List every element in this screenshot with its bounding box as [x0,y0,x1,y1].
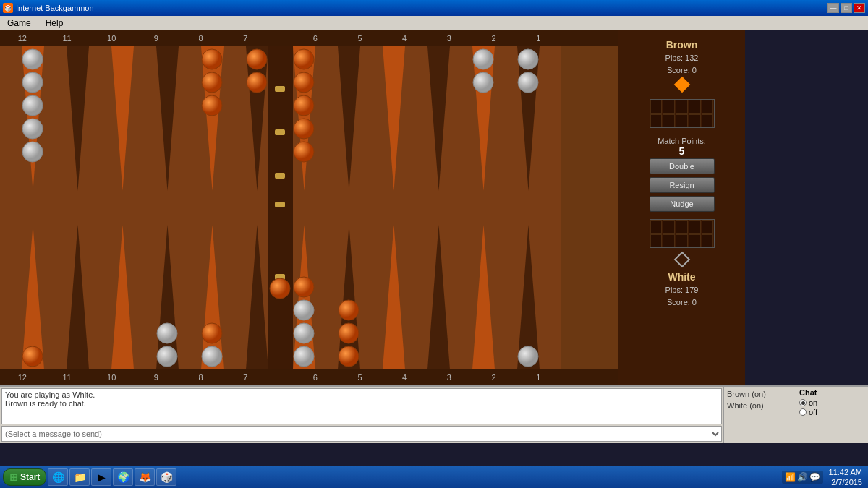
folder-icon[interactable]: 📁 [69,468,90,486]
top-num-11: 11 [45,30,90,46]
chat-message-select[interactable]: (Select a message to send) [1,426,722,442]
svg-rect-6 [275,173,285,179]
bot-num-5: 5 [338,369,383,385]
main-area: 12 11 10 9 8 7 6 5 4 3 2 1 [0,30,868,385]
score-cell [676,114,688,128]
app-icon: 🎲 [3,3,13,13]
svg-point-50 [294,323,314,343]
player-online-2: White (on) [727,400,793,411]
dice-icon[interactable]: 🎲 [156,468,176,486]
window-controls: — □ ✕ [827,3,865,13]
chat-off-label: off [809,408,817,416]
window-title: Internet Backgammon [16,4,94,12]
ie-icon[interactable]: 🌐 [48,468,68,486]
bot-num-11: 11 [45,369,90,385]
top-numbers-right: 6 5 4 3 2 1 [293,30,561,46]
resign-button[interactable]: Resign [650,177,715,193]
windows-logo: ⊞ [9,471,18,483]
side-panel: Brown Pips: 132 Score: 0 Match Points: 5… [618,30,745,385]
score-cell [702,234,714,248]
bottom-numbers-row: 12 11 10 9 8 7 6 5 4 3 2 1 [0,369,618,385]
svg-point-40 [202,95,222,116]
chat-msg-1: You are playing as White. [5,390,718,399]
svg-point-45 [294,142,314,162]
svg-point-60 [339,346,359,367]
svg-point-56 [202,323,222,343]
top-num-3: 3 [427,30,472,46]
title-bar-left: 🎲 Internet Backgammon [3,3,94,13]
taskbar-pinned-icons: 🌐 📁 ▶ 🌍 🦊 🎲 [48,468,176,486]
score-cell [676,220,688,234]
svg-rect-2 [293,46,561,369]
top-num-8: 8 [179,30,224,46]
svg-point-42 [294,72,314,93]
svg-point-61 [339,323,359,343]
svg-point-64 [247,72,267,93]
brown-score: Score: 0 [624,64,739,77]
firefox-icon[interactable]: 🦊 [135,468,155,486]
bot-num-3: 3 [427,369,472,385]
system-tray: 📶 🔊 💬 [782,471,823,484]
top-num-10: 10 [89,30,134,46]
white-player-name: White [624,271,739,283]
close-button[interactable]: ✕ [854,3,865,13]
chat-on-row: on [799,398,865,407]
media-icon[interactable]: ▶ [91,468,111,486]
match-points-label: Match Points: [658,137,706,145]
chat-on-radio[interactable] [799,399,807,406]
chat-input-row: (Select a message to send) [1,426,722,442]
score-grid-top [650,99,715,128]
bottom-panel: You are playing as White. Brown is ready… [0,385,868,443]
svg-point-48 [22,346,43,367]
chat-off-row: off [799,408,865,416]
svg-point-34 [22,72,43,93]
brown-diamond-icon [673,77,690,93]
maximize-button[interactable]: □ [841,3,852,13]
chrome-icon[interactable]: 🌍 [113,468,133,486]
notification-icon: 💬 [809,472,820,482]
clock: 11:42 AM 2/7/2015 [826,467,865,488]
minimize-button[interactable]: — [827,3,839,13]
score-cell [702,220,714,234]
chat-msg-2: Brown is ready to chat. [5,399,718,408]
top-num-4: 4 [382,30,427,46]
double-button[interactable]: Double [650,158,715,174]
svg-point-43 [294,95,314,116]
svg-point-55 [202,346,222,367]
score-cell [702,114,714,128]
svg-point-46 [518,49,538,69]
player-online-1: Brown (on) [727,388,793,400]
start-button[interactable]: ⊞ Start [3,468,46,486]
svg-point-47 [518,72,538,93]
score-cell [663,220,675,234]
svg-point-49 [294,346,314,367]
score-cell [663,234,675,248]
score-cell [676,234,688,248]
svg-point-54 [157,323,177,343]
bot-num-2: 2 [472,369,516,385]
brown-player-section: Brown Pips: 132 Score: 0 [624,36,739,96]
chat-off-radio[interactable] [799,408,807,416]
score-cell [650,114,663,128]
score-grid-bottom [650,219,715,248]
score-cell [676,100,688,114]
chat-panel-title: Chat [799,388,865,397]
svg-point-39 [202,72,222,93]
svg-rect-4 [275,86,285,92]
svg-point-38 [202,49,222,69]
menu-game[interactable]: Game [3,17,35,30]
chat-side-panel: Chat on off [796,387,868,443]
bot-num-7: 7 [223,369,268,385]
svg-point-59 [473,72,493,93]
svg-rect-7 [275,202,285,207]
bot-num-4: 4 [382,369,427,385]
menu-help[interactable]: Help [41,17,68,30]
bot-num-1: 1 [516,369,561,385]
svg-point-58 [473,49,493,69]
nudge-button[interactable]: Nudge [650,196,715,212]
score-cell [702,100,714,114]
svg-point-63 [247,49,267,69]
bot-num-9: 9 [134,369,179,385]
match-points-value: 5 [679,145,685,157]
taskbar-left: ⊞ Start 🌐 📁 ▶ 🌍 🦊 🎲 [3,468,176,486]
